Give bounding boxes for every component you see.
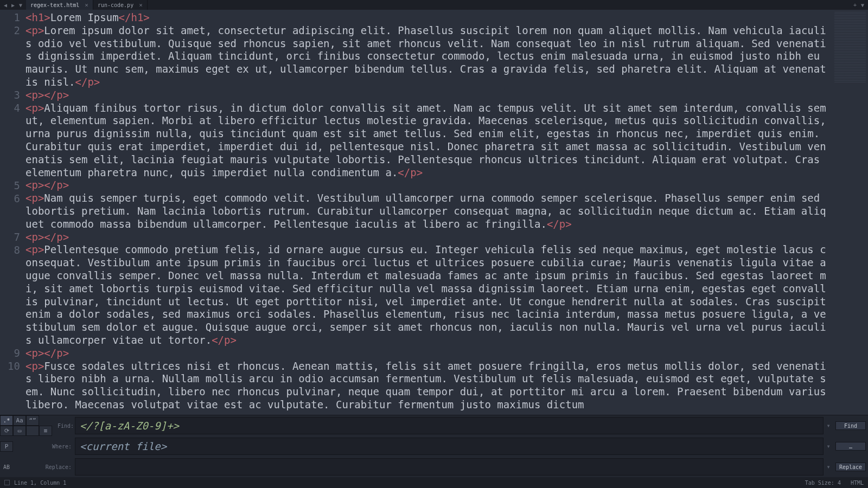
replace-label: Replace: [14,464,75,470]
gutter: 12345678910 [0,10,24,415]
tab-label: regex-text.html [30,2,79,8]
where-button[interactable]: … [835,442,866,451]
toggle-word[interactable]: “” [26,415,39,426]
replace-input[interactable] [75,458,824,476]
replace-history-icon[interactable]: ▾ [824,463,833,471]
nav-forward-icon[interactable]: ▶ [10,2,16,8]
toggle-case[interactable]: Aa [13,415,26,426]
minimap[interactable] [834,12,866,82]
where-input[interactable]: <current file> [75,438,824,455]
tab-size[interactable]: Tab Size: 4 [805,480,841,486]
close-icon[interactable]: × [85,2,88,9]
ab-indicator: AB [0,464,14,470]
panel-switcher-icon[interactable] [4,480,10,485]
find-label: Find: [56,423,75,429]
editor[interactable]: 12345678910 <h1>Lorem Ipsum</h1><p>Lorem… [0,10,868,415]
status-bar: Line 1, Column 1 Tab Size: 4 HTML [0,477,868,488]
nav-back-icon[interactable]: ◀ [2,2,9,8]
cursor-position[interactable]: Line 1, Column 1 [14,480,66,486]
toggle-regex[interactable]: .* [0,415,13,426]
tab-run-code[interactable]: run-code.py × [93,0,148,10]
tab-regex-text[interactable]: regex-text.html × [26,0,93,10]
new-tab-icon[interactable]: + [852,2,858,8]
toggle-wrap[interactable]: ⟳ [0,426,13,436]
find-button[interactable]: Find [835,421,866,430]
titlebar: ◀ ▶ ▼ regex-text.html × run-code.py × + … [0,0,868,10]
replace-button[interactable]: Replace [835,463,866,471]
toggle-in-selection[interactable]: ▭ [13,426,26,436]
tab-bar: regex-text.html × run-code.py × [26,0,852,10]
toggle-context[interactable]: ≡ [39,426,52,436]
close-icon[interactable]: × [139,2,143,9]
where-label: Where: [14,444,75,450]
find-history-icon[interactable]: ▾ [824,422,833,429]
tab-label: run-code.py [98,2,133,8]
find-replace-panel: .* Aa “” ⟳ ▭ ≡ Find: </?[a-zA-Z0-9]+> ▾ … [0,415,868,477]
find-input[interactable]: </?[a-zA-Z0-9]+> [75,417,824,434]
syntax-mode[interactable]: HTML [851,480,864,486]
nav-dropdown-icon[interactable]: ▼ [17,2,24,8]
toggle-highlight[interactable] [26,426,39,436]
nav-arrows: ◀ ▶ ▼ [0,2,26,8]
toggle-preserve-case[interactable]: P [0,441,13,452]
tab-menu-icon[interactable]: ▼ [859,2,866,8]
code-area[interactable]: <h1>Lorem Ipsum</h1><p>Lorem ipsum dolor… [24,10,868,415]
where-history-icon[interactable]: ▾ [824,442,833,450]
